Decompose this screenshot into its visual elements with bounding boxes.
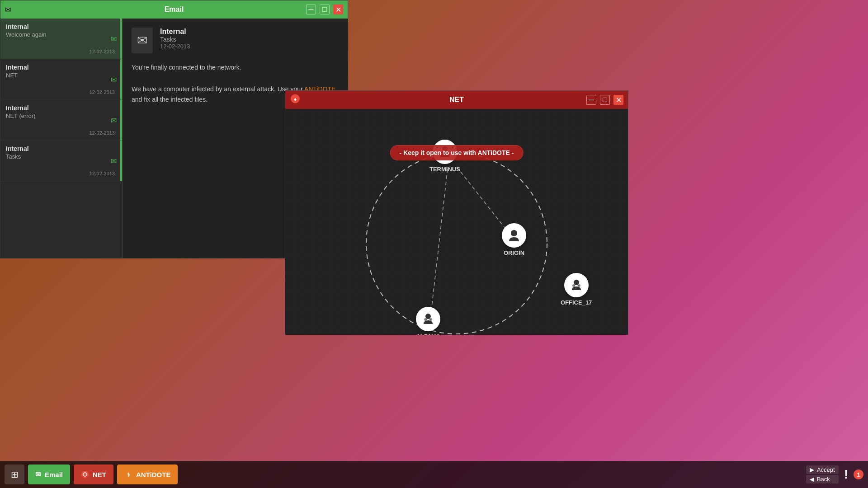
net-maximize-btn[interactable]: □ — [600, 95, 610, 105]
back-icon: ◀ — [810, 476, 814, 483]
email-unread-icon: ✉ — [111, 156, 117, 165]
email-unread-icon: ✉ — [111, 34, 117, 43]
taskbar-notification-badge: 1 — [854, 469, 863, 479]
net-antidote-tooltip: - Keep it open to use with ANTiDOTE - — [390, 145, 524, 160]
svg-point-12 — [574, 280, 579, 285]
email-item-subject: NET (error) — [6, 113, 115, 119]
email-list-item[interactable]: Internal Welcome again 12-02-2013 ✉ — [0, 19, 122, 59]
email-content-header: ✉ Internal Tasks 12-02-2013 — [132, 28, 339, 53]
accept-label: Accept — [817, 466, 835, 473]
net-body: - Keep it open to use with ANTiDOTE - — [285, 109, 628, 335]
office17-icon — [564, 273, 589, 297]
email-item-date: 12-02-2013 — [6, 130, 115, 136]
svg-text:⚕: ⚕ — [127, 472, 130, 478]
net-minimize-btn[interactable]: ─ — [586, 95, 596, 105]
net-titlebar: ♦ NET ─ □ ✕ — [285, 91, 628, 109]
email-item-subject: Tasks — [6, 153, 115, 160]
svg-line-4 — [432, 169, 448, 307]
accept-icon: ▶ — [810, 466, 814, 473]
taskbar-antidote-icon: ⚕ — [124, 470, 132, 479]
email-content-from: Internal — [160, 28, 190, 36]
email-list-item[interactable]: Internal Tasks 12-02-2013 ✉ — [0, 141, 122, 181]
back-button[interactable]: ◀ Back — [806, 475, 839, 483]
svg-point-22 — [81, 471, 89, 478]
email-item-sender: Internal — [6, 145, 115, 152]
email-maximize-btn[interactable]: □ — [320, 5, 330, 14]
email-content-subject: Tasks — [160, 36, 190, 43]
taskbar-email-label: Email — [45, 471, 63, 479]
net-window-controls: ─ □ ✕ — [586, 95, 623, 105]
taskbar-antidote-button[interactable]: ⚕ ANTiDOTE — [117, 465, 178, 484]
accept-button[interactable]: ▶ Accept — [806, 465, 839, 474]
net-node-alpaka[interactable]: ALPAKA — [416, 307, 440, 335]
email-body-line1: You're finally connected to the network. — [132, 62, 339, 73]
net-window: ♦ NET ─ □ ✕ - Keep it open to use with A… — [285, 90, 628, 334]
taskbar-net-icon — [81, 470, 89, 479]
taskbar-email-icon: ✉ — [35, 470, 41, 479]
email-titlebar: ✉ Email ─ □ ✕ — [0, 0, 348, 19]
email-item-sender: Internal — [6, 104, 115, 112]
net-window-title: NET — [449, 96, 464, 104]
taskbar-net-button[interactable]: NET — [74, 465, 113, 484]
alpaka-icon — [416, 307, 440, 331]
email-window-title: Email — [165, 5, 184, 14]
svg-text:♦: ♦ — [294, 96, 297, 103]
taskbar: ⊞ ✉ Email NET ⚕ ANTiDOTE ▶ Accept ◀ Back… — [0, 461, 868, 488]
taskbar-email-button[interactable]: ✉ Email — [28, 465, 70, 484]
email-item-sender: Internal — [6, 64, 115, 71]
email-item-subject: Welcome again — [6, 31, 115, 38]
taskbar-exclamation: ! — [844, 467, 848, 482]
email-content-meta: Internal Tasks 12-02-2013 — [160, 28, 190, 50]
svg-point-11 — [511, 230, 517, 236]
email-unread-icon: ✉ — [111, 75, 117, 84]
origin-label: ORIGIN — [504, 249, 524, 256]
email-list-item[interactable]: Internal NET (error) 12-02-2013 ✉ — [0, 100, 122, 141]
net-node-origin[interactable]: ORIGIN — [502, 223, 526, 256]
taskbar-antidote-label: ANTiDOTE — [136, 471, 170, 479]
alpaka-label: ALPAKA — [416, 333, 440, 335]
email-window-controls: ─ □ ✕ — [306, 5, 343, 14]
svg-point-17 — [425, 314, 431, 319]
grid-icon: ⊞ — [11, 469, 19, 480]
office17-label: OFFICE_17 — [561, 299, 592, 306]
taskbar-right: ▶ Accept ◀ Back ! 1 — [806, 465, 863, 483]
net-node-office17[interactable]: OFFICE_17 — [561, 273, 592, 306]
email-content-icon: ✉ — [132, 28, 153, 53]
email-item-date: 12-02-2013 — [6, 89, 115, 95]
email-close-btn[interactable]: ✕ — [333, 5, 343, 14]
email-content-date: 12-02-2013 — [160, 43, 190, 50]
taskbar-actions: ▶ Accept ◀ Back — [806, 465, 839, 483]
email-sidebar: Internal Welcome again 12-02-2013 ✉ Inte… — [0, 19, 123, 258]
net-circle-container: TERMINUS ORIGIN — [348, 135, 565, 335]
net-title-icon: ♦ — [290, 94, 301, 107]
terminus-label: TERMINUS — [429, 166, 460, 173]
taskbar-grid-button[interactable]: ⊞ — [5, 465, 24, 484]
email-title-icon: ✉ — [5, 5, 11, 14]
email-unread-icon: ✉ — [111, 116, 117, 124]
email-item-subject: NET — [6, 72, 115, 79]
origin-icon — [502, 223, 526, 248]
email-item-sender: Internal — [6, 23, 115, 30]
net-close-btn[interactable]: ✕ — [613, 95, 623, 105]
taskbar-net-label: NET — [93, 471, 106, 479]
email-minimize-btn[interactable]: ─ — [306, 5, 316, 14]
email-list-item[interactable]: Internal NET 12-02-2013 ✉ — [0, 59, 122, 100]
email-item-date: 12-02-2013 — [6, 49, 115, 54]
back-label: Back — [817, 476, 830, 483]
email-item-date: 12-02-2013 — [6, 171, 115, 176]
